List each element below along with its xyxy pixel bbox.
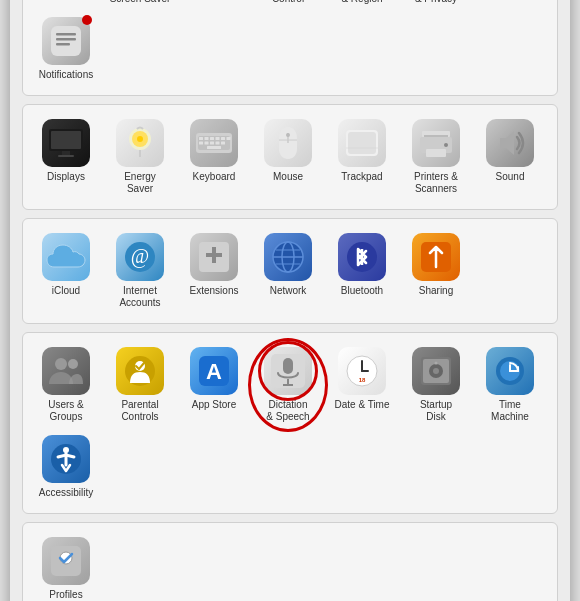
svg-text:18: 18 — [359, 377, 366, 383]
appstore-icon: A — [190, 347, 238, 395]
pref-extensions[interactable]: Extensions — [179, 229, 249, 313]
pref-profiles[interactable]: Profiles — [31, 533, 101, 602]
pref-sharing[interactable]: Sharing — [401, 229, 471, 313]
pref-trackpad[interactable]: Trackpad — [327, 115, 397, 199]
svg-rect-51 — [227, 137, 231, 140]
pref-dictation[interactable]: Dictation& Speech — [253, 343, 323, 427]
pref-startup[interactable]: StartupDisk — [401, 343, 471, 427]
pref-energy[interactable]: EnergySaver — [105, 115, 175, 199]
internet-label: InternetAccounts — [119, 285, 160, 309]
pref-mission[interactable]: MissionControl — [253, 0, 323, 9]
svg-point-82 — [68, 359, 78, 369]
pref-language[interactable]: Language& Region — [327, 0, 397, 9]
svg-rect-50 — [221, 137, 225, 140]
datetime-icon: 18 — [338, 347, 386, 395]
pref-general[interactable]: General — [31, 0, 101, 9]
internet-grid: iCloud @ InternetAccounts — [31, 229, 549, 313]
dictation-icon — [264, 347, 312, 395]
timemachine-icon — [486, 347, 534, 395]
svg-text:A: A — [206, 359, 222, 384]
system-grid: Users &Groups ParentalControls — [31, 343, 549, 503]
section-internet: iCloud @ InternetAccounts — [22, 218, 558, 324]
pref-appstore[interactable]: A App Store — [179, 343, 249, 427]
pref-security[interactable]: Security& Privacy — [401, 0, 471, 9]
svg-rect-53 — [205, 141, 209, 144]
language-label: Language& Region — [340, 0, 385, 5]
mouse-icon — [264, 119, 312, 167]
hardware-grid: Displays EnergySaver — [31, 115, 549, 199]
pref-parental[interactable]: ParentalControls — [105, 343, 175, 427]
datetime-label: Date & Time — [334, 399, 389, 411]
trackpad-icon — [338, 119, 386, 167]
energy-label: EnergySaver — [124, 171, 156, 195]
section-personal: General Desktop &Screen Saver — [22, 0, 558, 96]
bluetooth-icon — [338, 233, 386, 281]
pref-sound[interactable]: Sound — [475, 115, 545, 199]
svg-rect-49 — [216, 137, 220, 140]
pref-icloud[interactable]: iCloud — [31, 229, 101, 313]
network-label: Network — [270, 285, 307, 297]
trackpad-label: Trackpad — [341, 171, 382, 183]
preferences-content: General Desktop &Screen Saver — [10, 0, 570, 601]
appstore-label: App Store — [192, 399, 236, 411]
svg-rect-56 — [221, 141, 225, 144]
section-hardware: Displays EnergySaver — [22, 104, 558, 210]
pref-timemachine[interactable]: TimeMachine — [475, 343, 545, 427]
pref-bluetooth[interactable]: Bluetooth — [327, 229, 397, 313]
startup-icon — [412, 347, 460, 395]
keyboard-label: Keyboard — [193, 171, 236, 183]
svg-rect-54 — [210, 141, 214, 144]
parental-label: ParentalControls — [121, 399, 158, 423]
sharing-icon — [412, 233, 460, 281]
svg-point-108 — [60, 552, 72, 564]
svg-point-60 — [286, 133, 290, 137]
timemachine-label: TimeMachine — [491, 399, 529, 423]
mouse-label: Mouse — [273, 171, 303, 183]
pref-notifications[interactable]: Notifications — [31, 13, 101, 85]
extensions-icon — [190, 233, 238, 281]
accessibility-icon — [42, 435, 90, 483]
pref-accessibility[interactable]: Accessibility — [31, 431, 101, 503]
svg-rect-88 — [283, 358, 293, 374]
profiles-icon — [42, 537, 90, 585]
pref-keyboard[interactable]: Keyboard — [179, 115, 249, 199]
svg-rect-32 — [51, 26, 81, 56]
svg-rect-67 — [426, 149, 446, 157]
section-system: Users &Groups ParentalControls — [22, 332, 558, 514]
notification-badge — [82, 15, 92, 25]
icloud-label: iCloud — [52, 285, 80, 297]
pref-internet[interactable]: @ InternetAccounts — [105, 229, 175, 313]
profiles-grid: Profiles — [31, 533, 549, 602]
svg-point-68 — [444, 143, 448, 147]
icloud-icon — [42, 233, 90, 281]
svg-rect-33 — [56, 33, 76, 36]
network-icon — [264, 233, 312, 281]
svg-rect-38 — [62, 151, 70, 155]
extensions-label: Extensions — [190, 285, 239, 297]
pref-printers[interactable]: Printers &Scanners — [401, 115, 471, 199]
users-label: Users &Groups — [48, 399, 84, 423]
pref-users[interactable]: Users &Groups — [31, 343, 101, 427]
svg-rect-34 — [56, 38, 76, 41]
pref-datetime[interactable]: 18 Date & Time — [327, 343, 397, 427]
svg-rect-57 — [207, 146, 221, 149]
svg-point-43 — [137, 136, 143, 142]
keyboard-icon — [190, 119, 238, 167]
bluetooth-label: Bluetooth — [341, 285, 383, 297]
sharing-label: Sharing — [419, 285, 453, 297]
svg-point-99 — [435, 361, 438, 364]
security-label: Security& Privacy — [415, 0, 457, 5]
pref-spotlight[interactable]: Spotlight — [475, 0, 545, 9]
displays-icon — [42, 119, 90, 167]
dictation-label: Dictation& Speech — [266, 399, 309, 423]
pref-desktop[interactable]: Desktop &Screen Saver — [105, 0, 175, 9]
pref-displays[interactable]: Displays — [31, 115, 101, 199]
pref-mouse[interactable]: Mouse — [253, 115, 323, 199]
pref-dock[interactable]: Dock — [179, 0, 249, 9]
svg-rect-46 — [199, 137, 203, 140]
svg-rect-62 — [348, 132, 376, 154]
svg-rect-48 — [210, 137, 214, 140]
svg-rect-55 — [216, 141, 220, 144]
svg-rect-37 — [51, 131, 81, 149]
pref-network[interactable]: Network — [253, 229, 323, 313]
